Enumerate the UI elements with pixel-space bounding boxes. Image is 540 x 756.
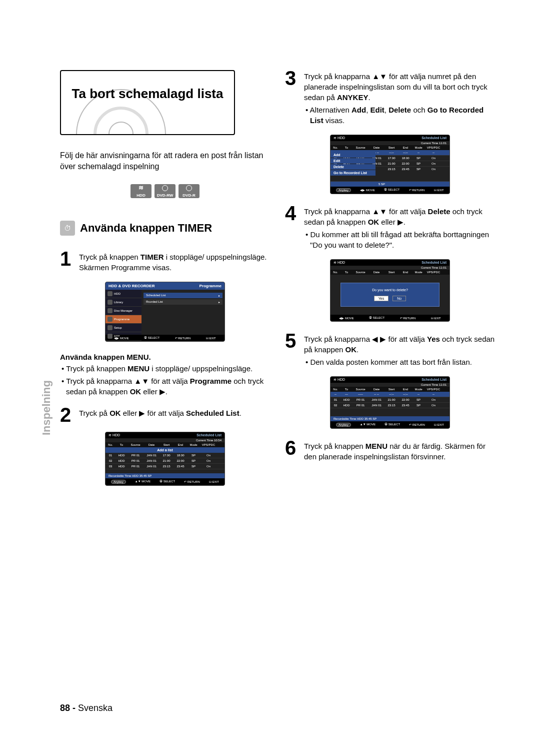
step-number: 6 — [285, 440, 299, 456]
col: End — [174, 443, 188, 446]
osd-list-item: Rcorded List▸ — [144, 299, 222, 305]
text: Tryck på knappen — [79, 253, 140, 261]
col: Start — [160, 443, 174, 446]
text: Tryck på knapparna ▲▼ för att välja numr… — [304, 72, 488, 102]
osd-programme: HDD & DVD RECORDER Programme HDD Library… — [105, 282, 225, 342]
osd-table-header: No.ToSourceDateStartEndModeVPS/PDC — [106, 442, 224, 447]
osd-popup-item: Go to Recorded List — [330, 170, 376, 176]
bullet: Den valda posten kommer att tas bort frå… — [304, 357, 495, 367]
text: Tryck på knapparna ◀ ▶ för att välja — [304, 335, 427, 343]
text-bold: Yes — [427, 335, 440, 343]
col: Date — [144, 443, 160, 446]
osd-hdd-label: HDD — [112, 433, 120, 437]
page-footer: 88 - Svenska — [60, 703, 112, 713]
text: EXIT — [209, 337, 216, 340]
osd-header: ≋ HDD Scheduled List — [330, 135, 450, 141]
move-hint: ▲▼ MOVE — [360, 423, 376, 427]
text: Setup — [114, 326, 122, 329]
osd-screen-title: Scheduled List — [422, 136, 446, 140]
text-bold: MENU. — [126, 353, 150, 361]
return-hint: ↶ RETURN — [409, 188, 425, 192]
col: No. — [106, 443, 116, 446]
osd-popup-item: Edit — [330, 158, 376, 164]
osd-side-item: Library — [106, 298, 142, 307]
osd-popup-item: Delete — [330, 164, 376, 170]
osd-confirm: ≋ HDD Scheduled List Current Time 11:01 … — [330, 259, 450, 322]
section-title: Använda knappen TIMER — [80, 222, 212, 235]
osd-header: ≋ HDD Scheduled List — [330, 260, 450, 266]
pill-dvdrw-label: DVD-RW — [154, 193, 176, 198]
text: Programme — [114, 318, 130, 321]
text: Tryck på knapparna ▲▼ för att välja — [304, 207, 428, 216]
text-bold: Delete — [388, 106, 411, 114]
text: Tryck på knappen — [66, 364, 128, 373]
page-language: Svenska — [78, 703, 112, 713]
select-hint: ⦿ SELECT — [144, 336, 160, 340]
hdd-icon — [108, 291, 112, 296]
text: visas. — [324, 116, 345, 125]
section-heading: ⏱ Använda knappen TIMER — [60, 221, 270, 236]
step-2-body: Tryck på OK eller ▶ för att välja Schedu… — [79, 407, 270, 418]
text-bold: OK — [346, 345, 357, 354]
text-bold: TIMER — [140, 253, 164, 261]
col: VPS/PDC — [200, 443, 218, 446]
anykey-pill: Anykey — [336, 423, 351, 427]
osd-hdd-label: HDD — [338, 136, 345, 140]
osd-title-right: Programme — [200, 284, 222, 288]
osd-side-item: DTT — [106, 332, 142, 341]
chevron-right-icon: ▸ — [218, 300, 220, 304]
step-1-body: Tryck på knappen TIMER i stoppläge/ upps… — [79, 251, 270, 273]
pill-dvdr: DVD-R — [178, 184, 200, 198]
osd-header: ≋ HDD Scheduled List — [330, 377, 450, 383]
osd-screen-title: Scheduled List — [422, 378, 446, 381]
osd-time: Current Time 11:01 — [330, 383, 450, 387]
osd-side-item-selected: Programme — [106, 315, 142, 324]
anykey-pill: Anykey — [336, 188, 351, 192]
menu-icon — [108, 325, 112, 330]
move-hint: ▲▼ MOVE — [135, 480, 150, 484]
osd-side-menu: HDD Library Disc Manager Programme Setup… — [106, 290, 142, 335]
osd-side-hdd: HDD — [106, 290, 142, 298]
step-3: 3 Tryck på knapparna ▲▼ för att välja nu… — [285, 70, 495, 126]
select-hint: ⦿ SELECT — [384, 188, 400, 192]
osd-footer: Anykey ▲▼ MOVE ⦿ SELECT ↶ RETURN ⊟ EXIT — [330, 421, 450, 428]
text-bold: Add — [352, 106, 366, 114]
text: Använda knappen — [60, 353, 126, 361]
text: i stoppläge/ uppspelningsläge. — [150, 364, 252, 373]
exit-hint: ⊟ EXIT — [434, 423, 444, 427]
bullet: Du kommer att bli till frågad att bekräf… — [304, 229, 495, 250]
text: Tryck på knappen — [304, 442, 366, 450]
exit-hint: ⊟ EXIT — [434, 188, 444, 192]
text: Disc Manager — [114, 309, 132, 312]
step-number: 4 — [285, 205, 299, 221]
return-hint: ↶ RETURN — [184, 480, 200, 484]
text: Tryck på knapparna ▲▼ för att välja — [66, 377, 190, 385]
select-hint: ⦿ SELECT — [384, 423, 400, 427]
timer-icon: ⏱ — [60, 221, 75, 236]
text: och — [411, 106, 428, 114]
anykey-pill: Anykey — [111, 480, 126, 484]
text: DTT — [114, 335, 120, 338]
step-number: 1 — [60, 251, 74, 267]
text: eller ▶. — [141, 387, 168, 396]
table-row: 02HDDPR 01JAN 0121:0022:00SPOn — [106, 458, 224, 464]
menu-icon — [108, 334, 112, 339]
disc-icon — [162, 185, 168, 191]
move-hint: ◀▶ MOVE — [360, 188, 374, 192]
move-hint: ◀▶ MOVE — [339, 316, 354, 320]
osd-time: Current Time 10:54 — [106, 438, 224, 442]
table-row: 01HDDPR 01JAN 0117:3018:30SPOn — [106, 453, 224, 458]
step-4: 4 Tryck på knapparna ▲▼ för att välja De… — [285, 205, 495, 250]
step-5-body: Tryck på knapparna ◀ ▶ för att välja Yes… — [304, 333, 495, 367]
step-5: 5 Tryck på knapparna ◀ ▶ för att välja Y… — [285, 333, 495, 367]
osd-time: Current Time 11:01 — [330, 141, 450, 145]
bullet: Tryck på knappen MENU i stoppläge/ uppsp… — [60, 363, 270, 374]
text: eller ▶. — [379, 218, 406, 226]
osd-dialog: Do you want to delete? Yes No — [340, 283, 440, 307]
select-hint: ⦿ SELECT — [160, 480, 175, 484]
intro-text: Följ de här anvisningarna för att radera… — [60, 150, 270, 172]
text-bold: OK — [368, 218, 380, 226]
osd-add-list-row: Add a list — [106, 447, 224, 453]
text-bold: Delete — [428, 207, 450, 216]
col: Source — [128, 443, 144, 446]
